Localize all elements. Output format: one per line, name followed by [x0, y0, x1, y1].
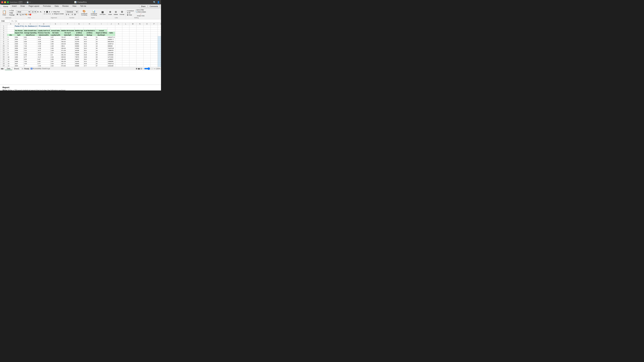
data-cell[interactable]: 2392	[14, 58, 24, 60]
cell[interactable]	[129, 43, 136, 45]
cell[interactable]	[115, 62, 122, 65]
cell[interactable]	[136, 60, 144, 62]
cell[interactable]	[129, 49, 136, 51]
orientation-button[interactable]: ↗	[51, 11, 53, 13]
data-cell[interactable]: 36.2	[84, 58, 95, 60]
data-cell[interactable]: 1432100	[108, 65, 115, 67]
header-medincome[interactable]: Medincome	[74, 34, 84, 36]
cell[interactable]	[158, 29, 161, 32]
data-cell[interactable]: 2.07	[50, 36, 61, 38]
cell[interactable]	[136, 25, 144, 27]
cell[interactable]	[144, 34, 150, 36]
cell[interactable]	[158, 60, 161, 62]
col-j[interactable]: J	[108, 23, 115, 25]
data-cell[interactable]: 2.48	[50, 45, 61, 47]
row-8-header[interactable]: 8	[0, 40, 7, 43]
home-icon[interactable]: ⌂	[24, 1, 26, 3]
data-cell[interactable]: -0.37	[37, 51, 50, 54]
data-cell[interactable]: 34.4	[84, 36, 95, 38]
next-sheet-button[interactable]: ▶	[2, 67, 4, 70]
merge-center-button[interactable]: Merge & Center	[54, 13, 64, 14]
col-i[interactable]: I	[95, 23, 107, 25]
find-select-button[interactable]: 🔍 Find & Select	[135, 11, 147, 13]
data-cell[interactable]: 2.2	[50, 54, 61, 56]
cell[interactable]	[122, 32, 129, 34]
maximize-button[interactable]	[7, 1, 9, 3]
cell[interactable]	[7, 27, 14, 29]
header-cell[interactable]: Median HH Income	[61, 29, 75, 32]
cell-reference-input[interactable]: R48	[1, 20, 10, 22]
data-cell[interactable]: 37.7	[84, 65, 95, 67]
row-16-header[interactable]: 16	[0, 58, 7, 60]
currency-button[interactable]: $	[66, 14, 67, 15]
cell[interactable]	[136, 36, 144, 38]
cell[interactable]	[150, 45, 158, 47]
col-p[interactable]: P	[150, 23, 158, 25]
clear-button[interactable]: 🗑 Clear	[126, 14, 134, 16]
row-6-header[interactable]: 6	[0, 36, 7, 38]
copy-button[interactable]: Copy	[9, 12, 15, 14]
data-cell[interactable]: 7	[7, 49, 14, 51]
cell[interactable]	[158, 32, 161, 34]
data-cell[interactable]: 2.06	[50, 43, 61, 45]
header-cell[interactable]: Degree (3 Miles)	[95, 32, 107, 34]
data-cell[interactable]: 41562	[74, 47, 84, 49]
data-cell[interactable]: 2806	[14, 47, 24, 49]
col-d[interactable]: D	[37, 23, 50, 25]
col-m[interactable]: M	[129, 23, 136, 25]
header-obs[interactable]: Obs	[7, 34, 14, 36]
cell[interactable]	[129, 29, 136, 32]
data-cell[interactable]: 31.5	[84, 45, 95, 47]
cell[interactable]	[144, 60, 150, 62]
cell[interactable]	[136, 65, 144, 67]
data-cell[interactable]: 7.11	[24, 49, 37, 51]
data-cell[interactable]: 642.25	[61, 51, 75, 54]
tab-home[interactable]: Home	[1, 4, 10, 8]
header-bachdeg[interactable]: BachDeg%	[95, 34, 107, 36]
data-cell[interactable]: 13	[7, 62, 14, 65]
cell[interactable]	[144, 62, 150, 65]
data-cell[interactable]: 6.66	[24, 58, 37, 60]
cell[interactable]	[129, 62, 136, 65]
sheet-tab-data[interactable]: Data	[5, 67, 12, 70]
cell[interactable]	[129, 58, 136, 60]
cell[interactable]	[129, 45, 136, 47]
zoom-in-button[interactable]: +	[154, 68, 155, 70]
cell-a1[interactable]	[7, 25, 14, 27]
fill-color-button[interactable]: A🎨	[24, 14, 28, 15]
cell[interactable]	[129, 54, 136, 56]
cell[interactable]	[122, 29, 129, 32]
cell[interactable]	[115, 49, 122, 51]
data-cell[interactable]: 32.2	[84, 60, 95, 62]
cell[interactable]	[150, 40, 158, 43]
data-cell[interactable]: 484.38	[61, 58, 75, 60]
data-cell[interactable]: 18	[95, 45, 107, 47]
data-cell[interactable]: 895148.8	[108, 40, 115, 43]
row-2-header[interactable]: 2	[0, 27, 7, 29]
sharing-icon[interactable]: 👤	[157, 1, 160, 3]
data-cell[interactable]: 264.64	[61, 47, 75, 49]
header-medage[interactable]: MedAge	[84, 34, 95, 36]
italic-button[interactable]: I	[18, 14, 20, 15]
data-cell[interactable]: 14	[95, 49, 107, 51]
conditional-formatting-button[interactable]: 🎨 Conditional Formatting	[80, 9, 89, 16]
data-cell[interactable]: 364.92	[61, 40, 75, 43]
data-cell[interactable]: 7.03	[24, 62, 37, 65]
data-cell[interactable]: 571.59	[61, 49, 75, 51]
cell[interactable]	[144, 51, 150, 54]
data-cell[interactable]: 2340	[14, 43, 24, 45]
data-cell[interactable]: 742579.8	[108, 47, 115, 49]
data-cell[interactable]: 11	[7, 58, 14, 60]
cell[interactable]	[37, 27, 50, 29]
more-icon[interactable]: ...	[32, 1, 33, 3]
data-cell[interactable]: 6.89	[24, 40, 37, 43]
cell[interactable]	[136, 47, 144, 49]
cell[interactable]	[158, 54, 161, 56]
cell[interactable]	[150, 32, 158, 34]
data-cell[interactable]: 35.1	[84, 49, 95, 51]
cell[interactable]	[129, 36, 136, 38]
data-cell[interactable]: 6.81	[24, 36, 37, 38]
autosum-button[interactable]: Σ AutoSum	[126, 10, 134, 12]
data-cell[interactable]: 2627	[14, 62, 24, 65]
data-cell[interactable]: 638.82	[61, 56, 75, 58]
